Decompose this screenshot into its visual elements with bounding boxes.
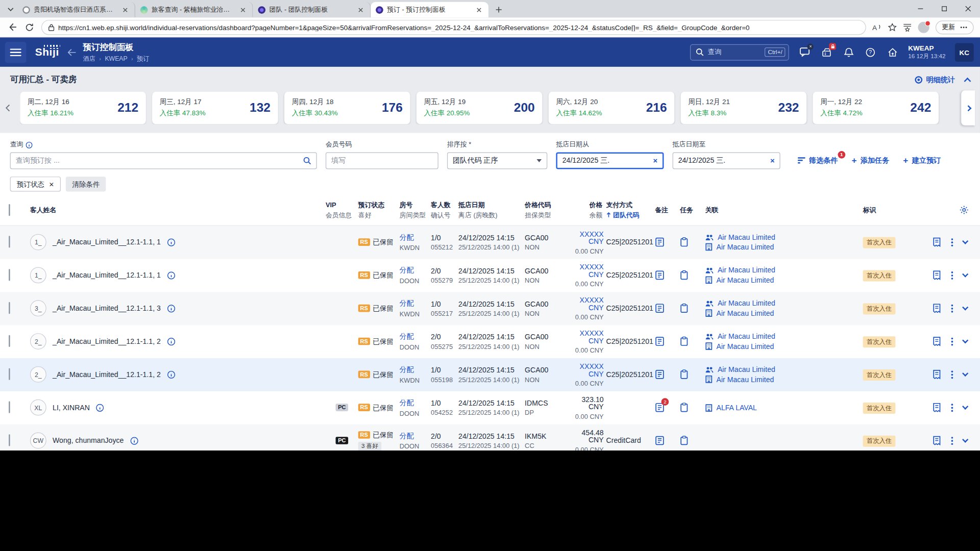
read-aloud-icon[interactable]: A — [872, 23, 881, 31]
link-line[interactable]: Air Macau Limited — [705, 266, 863, 274]
browser-tab-1[interactable]: 贵阳机场智选假日酒店系统网址导 — [17, 2, 135, 18]
price-value[interactable]: XXXXX CNY — [566, 329, 604, 344]
registration-card-icon[interactable] — [933, 237, 941, 247]
guest-name[interactable]: _Air_Macau_Limited__12.1-1.1, 1 — [53, 238, 161, 246]
row-expand-chevron-icon[interactable] — [962, 370, 968, 377]
new-tab-button[interactable] — [492, 3, 505, 15]
guest-info-icon[interactable] — [167, 304, 175, 312]
link-line[interactable]: Air Macau Limited — [705, 309, 863, 317]
global-search-input[interactable]: 查询 Ctrl+/ — [690, 44, 789, 60]
table-row[interactable]: CW Wong, chunmanJoyce PC RS已保留 3 喜好 分配DO… — [0, 424, 980, 450]
browser-update-button[interactable]: 更新 — [936, 20, 974, 34]
guest-info-icon[interactable] — [167, 238, 175, 246]
link-label[interactable]: Air Macau Limited — [716, 309, 774, 317]
cards-next-button[interactable] — [961, 90, 975, 125]
tasks-clipboard-icon[interactable] — [680, 369, 688, 380]
registration-card-icon[interactable] — [933, 336, 941, 346]
row-checkbox[interactable] — [9, 335, 10, 347]
row-checkbox[interactable] — [9, 269, 10, 281]
link-line[interactable]: Air Macau Limited — [705, 243, 863, 251]
price-value[interactable]: XXXXX CNY — [566, 263, 604, 278]
guest-name[interactable]: Wong, chunmanJoyce — [53, 437, 124, 444]
row-menu-kebab-icon[interactable] — [951, 337, 953, 345]
col-flags[interactable]: 标识 — [863, 205, 917, 215]
link-label[interactable]: Air Macau Limited — [718, 299, 775, 307]
guest-name[interactable]: _Air_Macau_Limited__12.1-1.1, 1 — [53, 271, 161, 279]
col-tasks[interactable]: 任务 — [680, 205, 705, 215]
room-assign-link[interactable]: 分配 — [400, 431, 431, 440]
link-line[interactable]: Air Macau Limited — [705, 333, 863, 340]
tasks-clipboard-icon[interactable] — [680, 303, 688, 313]
back-icon[interactable] — [6, 21, 17, 33]
guest-info-icon[interactable] — [130, 437, 138, 445]
row-expand-chevron-icon[interactable] — [962, 437, 968, 443]
room-assign-link[interactable]: 分配 — [400, 365, 431, 374]
row-menu-kebab-icon[interactable] — [951, 404, 953, 412]
row-expand-chevron-icon[interactable] — [962, 238, 968, 244]
price-value[interactable]: 323.10 CNY — [566, 395, 604, 410]
link-label[interactable]: Air Macau Limited — [718, 233, 775, 241]
minimize-button[interactable] — [909, 0, 933, 17]
guest-name[interactable]: _Air_Macau_Limited__12.1-1.1, 2 — [53, 371, 161, 379]
table-row[interactable]: XL LI, XINRAN PC RS已保留 分配DOON 1/0054252 … — [0, 391, 980, 424]
row-menu-kebab-icon[interactable] — [951, 271, 953, 279]
browser-tab-3[interactable]: 团队 - 团队控制面板 — [253, 2, 371, 18]
tab-close-icon[interactable] — [475, 5, 483, 14]
registration-card-icon[interactable] — [933, 303, 941, 313]
arrival-to-input[interactable]: 24/12/2025 三.× — [673, 152, 780, 169]
tab-close-icon[interactable] — [356, 5, 365, 14]
arrival-from-input[interactable]: 24/12/2025 三.× — [556, 152, 664, 169]
link-label[interactable]: Air Macau Limited — [716, 342, 774, 350]
availability-card[interactable]: 周日, 12月 21 入住率 8.3% 232 — [681, 92, 807, 124]
preferences-chip[interactable]: 3 喜好 — [358, 441, 381, 450]
add-task-button[interactable]: +添加任务 — [851, 156, 889, 166]
row-checkbox[interactable] — [9, 302, 10, 314]
breadcrumb-property[interactable]: KWEAP — [105, 55, 127, 62]
guest-name[interactable]: LI, XINRAN — [53, 404, 90, 411]
col-notes[interactable]: 备注 — [655, 205, 680, 215]
link-label[interactable]: Air Macau Limited — [718, 333, 775, 340]
notifications-bell-icon[interactable] — [842, 46, 855, 58]
link-line[interactable]: ALFA LAVAL — [705, 404, 863, 412]
menu-icon[interactable] — [5, 41, 27, 63]
lock-icon[interactable] — [48, 23, 54, 31]
query-input[interactable]: 查询预订按 ... — [10, 152, 317, 169]
notes-icon[interactable] — [655, 369, 664, 380]
collapse-chevron-icon[interactable] — [964, 77, 971, 84]
tasks-clipboard-icon[interactable] — [680, 270, 688, 281]
close-button[interactable] — [956, 0, 980, 17]
room-assign-link[interactable]: 分配 — [400, 233, 431, 242]
chip-clear-conditions[interactable]: 清除条件 — [66, 177, 106, 191]
link-line[interactable]: Air Macau Limited — [705, 299, 863, 307]
create-reservation-button[interactable]: +建立预订 — [903, 156, 941, 166]
sort-select[interactable]: 团队代码 正序 — [447, 152, 547, 169]
breadcrumb-hotel[interactable]: 酒店 — [83, 54, 95, 63]
room-assign-link[interactable]: 分配 — [400, 332, 431, 341]
chat-icon[interactable]: × — [799, 46, 812, 58]
favorite-star-icon[interactable] — [888, 23, 897, 32]
table-row[interactable]: 2_ _Air_Macau_Limited__12.1-1.1, 2 RS已保留… — [0, 325, 980, 358]
row-menu-kebab-icon[interactable] — [951, 304, 953, 312]
back-arrow-icon[interactable] — [68, 48, 77, 56]
availability-card[interactable]: 周四, 12月 18 入住率 30.43% 176 — [284, 92, 410, 124]
clear-icon[interactable]: × — [770, 156, 775, 165]
guest-info-icon[interactable] — [167, 370, 175, 379]
link-label[interactable]: Air Macau Limited — [716, 243, 774, 251]
registration-card-icon[interactable] — [933, 270, 941, 281]
tasks-clipboard-icon[interactable] — [680, 403, 688, 413]
link-label[interactable]: Air Macau Limited — [718, 366, 775, 373]
user-avatar[interactable]: KC — [955, 43, 974, 62]
favorites-bar-icon[interactable] — [903, 23, 912, 32]
price-value[interactable]: XXXXX CNY — [566, 362, 604, 377]
link-label[interactable]: Air Macau Limited — [716, 375, 774, 383]
row-checkbox[interactable] — [9, 401, 10, 413]
table-row[interactable]: 3_ _Air_Macau_Limited__12.1-1.1, 3 RS已保留… — [0, 292, 980, 325]
availability-card[interactable]: 周六, 12月 20 入住率 14.62% 216 — [549, 92, 675, 124]
notes-icon[interactable] — [655, 436, 664, 446]
link-line[interactable]: Air Macau Limited — [705, 342, 863, 350]
notes-icon[interactable] — [655, 270, 664, 281]
notes-icon[interactable] — [655, 237, 664, 247]
row-checkbox[interactable] — [9, 368, 10, 380]
guest-info-icon[interactable] — [167, 337, 175, 345]
help-icon[interactable]: ? — [864, 46, 877, 58]
